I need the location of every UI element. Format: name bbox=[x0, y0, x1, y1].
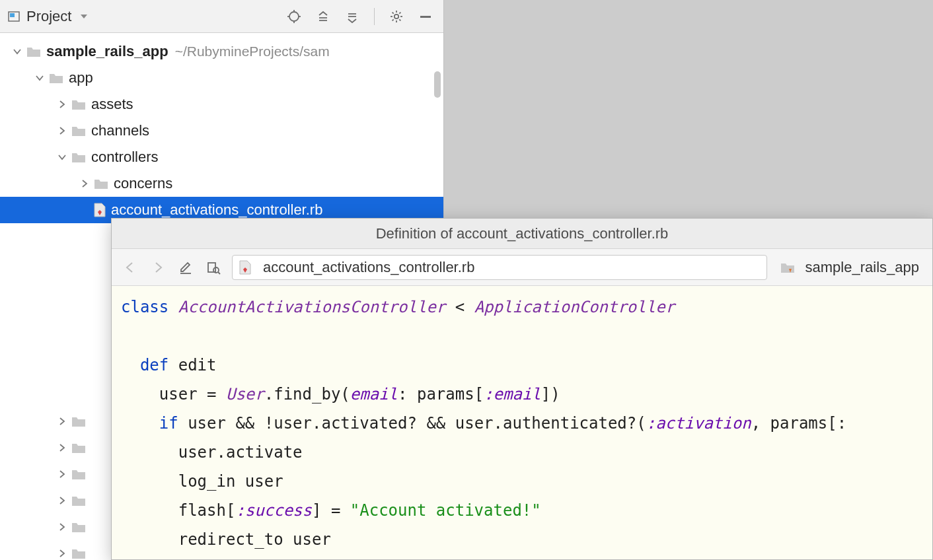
edit-source-button[interactable] bbox=[176, 258, 195, 277]
tree-row-root[interactable]: sample_rails_app ~/RubymineProjects/sam bbox=[0, 38, 443, 65]
code-text: redirect_to user bbox=[121, 530, 331, 549]
hide-icon[interactable] bbox=[418, 9, 433, 24]
code-text: .find_by( bbox=[264, 385, 350, 403]
tree-label: concerns bbox=[114, 175, 172, 192]
folder-icon bbox=[71, 151, 86, 163]
tree-label: sample_rails_app bbox=[46, 43, 168, 60]
chevron-right-icon[interactable] bbox=[56, 124, 69, 137]
folder-icon bbox=[71, 468, 86, 480]
gear-icon[interactable] bbox=[389, 9, 404, 24]
code-keyword: class bbox=[121, 298, 178, 316]
code-text: ] = bbox=[312, 501, 350, 520]
code-classname: ApplicationController bbox=[474, 298, 675, 316]
code-text: < bbox=[445, 298, 474, 316]
tree-row-concerns[interactable]: concerns bbox=[0, 170, 443, 197]
code-text: edit bbox=[178, 356, 217, 374]
folder-icon bbox=[71, 125, 86, 137]
code-text: : params[ bbox=[398, 385, 484, 403]
back-button[interactable] bbox=[121, 258, 139, 277]
quick-definition-popup: Definition of account_activations_contro… bbox=[111, 218, 933, 560]
project-folder-icon bbox=[780, 262, 795, 273]
tree-scrollbar[interactable] bbox=[434, 71, 441, 98]
chevron-right-icon[interactable] bbox=[78, 177, 91, 190]
ruby-file-icon bbox=[239, 260, 251, 275]
breadcrumb-project[interactable]: sample_rails_app bbox=[776, 259, 923, 276]
locate-icon[interactable] bbox=[287, 9, 301, 24]
chevron-right-icon[interactable] bbox=[56, 547, 69, 560]
code-text: user.activate bbox=[121, 443, 303, 462]
project-header: Project bbox=[0, 0, 443, 33]
code-text: log_in user bbox=[121, 472, 283, 491]
toolbar-separator bbox=[374, 8, 375, 25]
collapse-all-icon[interactable] bbox=[345, 9, 359, 24]
breadcrumb-field[interactable]: account_activations_controller.rb bbox=[232, 255, 767, 280]
folder-icon bbox=[49, 72, 63, 84]
tree-label: controllers bbox=[91, 149, 158, 166]
chevron-right-icon[interactable] bbox=[56, 520, 69, 534]
show-source-button[interactable] bbox=[204, 258, 223, 277]
dropdown-chevron-icon[interactable] bbox=[77, 9, 91, 24]
svg-line-16 bbox=[392, 12, 394, 13]
code-symbol: :success bbox=[235, 501, 312, 520]
popup-toolbar: account_activations_controller.rb sample… bbox=[112, 249, 932, 286]
folder-icon bbox=[71, 547, 86, 559]
folder-icon bbox=[71, 495, 86, 507]
code-classname: AccountActivationsController bbox=[178, 298, 446, 316]
svg-point-2 bbox=[289, 12, 299, 21]
code-symbol: :activation bbox=[646, 414, 751, 433]
tree-label: account_activations_controller.rb bbox=[111, 201, 322, 219]
svg-point-11 bbox=[394, 14, 398, 18]
tree-row-channels[interactable]: channels bbox=[0, 118, 443, 144]
chevron-down-icon[interactable] bbox=[56, 151, 69, 164]
popup-title: Definition of account_activations_contro… bbox=[112, 219, 932, 249]
svg-line-24 bbox=[218, 272, 220, 274]
folder-icon bbox=[94, 178, 108, 190]
tree-label: channels bbox=[91, 122, 149, 139]
ruby-file-icon bbox=[94, 203, 106, 217]
code-text: flash[ bbox=[121, 501, 235, 520]
project-header-label[interactable]: Project bbox=[26, 8, 71, 25]
code-symbol: email bbox=[350, 385, 398, 403]
folder-icon bbox=[26, 46, 41, 57]
code-symbol: :email bbox=[484, 385, 541, 403]
code-text: user && !user.activated? && user.authent… bbox=[188, 414, 646, 433]
svg-line-18 bbox=[392, 19, 394, 20]
code-text: , params[: bbox=[751, 414, 847, 433]
chevron-right-icon[interactable] bbox=[56, 494, 69, 507]
code-preview[interactable]: class AccountActivationsController < App… bbox=[112, 286, 932, 559]
svg-line-17 bbox=[399, 19, 400, 20]
tree-row-controllers[interactable]: controllers bbox=[0, 144, 443, 170]
breadcrumb-label: account_activations_controller.rb bbox=[263, 259, 474, 276]
chevron-down-icon[interactable] bbox=[33, 71, 46, 85]
code-string: "Account activated!" bbox=[350, 501, 541, 520]
chevron-right-icon[interactable] bbox=[56, 468, 69, 481]
svg-rect-1 bbox=[10, 13, 15, 17]
expand-all-icon[interactable] bbox=[316, 9, 330, 24]
svg-point-23 bbox=[213, 267, 219, 273]
folder-icon bbox=[71, 415, 86, 427]
code-keyword: if bbox=[121, 414, 188, 433]
code-text: ]) bbox=[541, 385, 560, 403]
breadcrumb-project-label: sample_rails_app bbox=[805, 259, 919, 276]
forward-button[interactable] bbox=[149, 258, 167, 277]
tree-label: app bbox=[69, 69, 93, 87]
project-view-icon bbox=[7, 9, 21, 24]
tree-label: assets bbox=[91, 96, 133, 113]
code-text: user = bbox=[121, 385, 226, 403]
svg-line-19 bbox=[399, 12, 400, 13]
svg-rect-20 bbox=[420, 16, 431, 18]
code-classname: User bbox=[226, 385, 264, 403]
tree-path: ~/RubymineProjects/sam bbox=[175, 44, 330, 59]
folder-icon bbox=[71, 98, 86, 110]
tree-row-app[interactable]: app bbox=[0, 65, 443, 91]
tree-row-assets[interactable]: assets bbox=[0, 91, 443, 118]
folder-icon bbox=[71, 521, 86, 533]
chevron-down-icon[interactable] bbox=[11, 45, 24, 58]
chevron-right-icon[interactable] bbox=[56, 415, 69, 428]
folder-icon bbox=[71, 442, 86, 454]
code-keyword: def bbox=[121, 356, 178, 374]
chevron-right-icon[interactable] bbox=[56, 441, 69, 454]
chevron-right-icon[interactable] bbox=[56, 98, 69, 111]
